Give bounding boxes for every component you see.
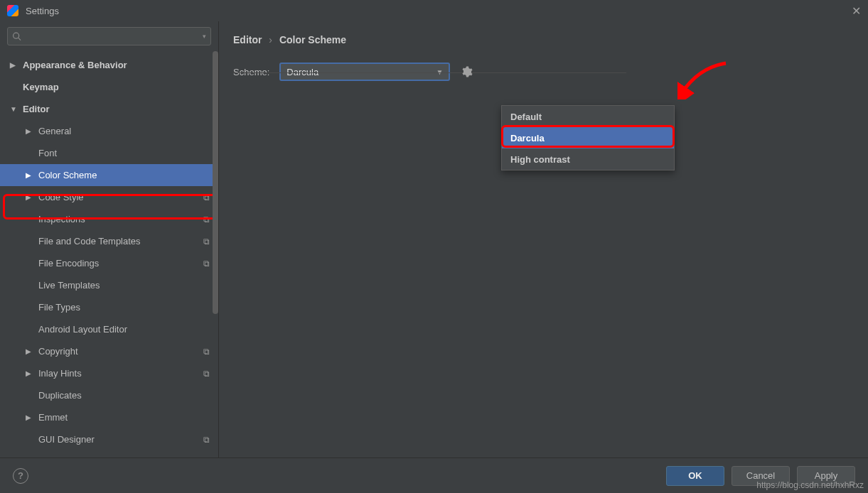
scrollbar-thumb[interactable]	[213, 51, 218, 314]
tree-item-label: Emmet	[38, 412, 68, 423]
settings-tree[interactable]: ▶Appearance & Behavior▶Keymap▼Editor▶Gen…	[0, 51, 218, 457]
footer: ? OK Cancel Apply	[0, 457, 868, 493]
project-scope-icon: ⧉	[203, 259, 210, 269]
search-wrap: ▾	[0, 21, 218, 51]
tree-item-label: Copyright	[38, 346, 78, 357]
search-field[interactable]	[24, 31, 203, 42]
tree-item-label: Code Style	[38, 192, 84, 202]
tree-item-code-style[interactable]: ▶Code Style⧉	[0, 186, 218, 208]
search-input[interactable]: ▾	[7, 27, 211, 45]
tree-item-label: Editor	[23, 104, 50, 114]
breadcrumb: Editor › Color Scheme	[233, 34, 854, 45]
chevron-right-icon: ▶	[26, 127, 34, 135]
tree-item-color-scheme[interactable]: ▶Color Scheme	[0, 164, 218, 186]
chevron-right-icon: ▶	[10, 61, 18, 69]
chevron-right-icon: ▶	[26, 193, 34, 201]
app-icon	[7, 5, 18, 16]
tree-item-editor[interactable]: ▼Editor	[0, 98, 218, 120]
tree-item-inspections[interactable]: ▶Inspections⧉	[0, 208, 218, 230]
project-scope-icon: ⧉	[203, 193, 210, 202]
project-scope-icon: ⧉	[203, 347, 210, 357]
tree-item-label: Android Layout Editor	[38, 324, 127, 335]
chevron-right-icon: ▶	[26, 171, 34, 179]
close-icon[interactable]: ✕	[852, 4, 861, 18]
project-scope-icon: ⧉	[203, 237, 210, 246]
tree-item-font[interactable]: ▶Font	[0, 142, 218, 164]
tree-item-live-templates[interactable]: ▶Live Templates	[0, 274, 218, 296]
tree-item-label: GUI Designer	[38, 434, 95, 445]
cancel-button[interactable]: Cancel	[732, 466, 790, 486]
tree-item-file-types[interactable]: ▶File Types	[0, 296, 218, 318]
window-title: Settings	[26, 6, 59, 16]
tree-item-copyright[interactable]: ▶Copyright⧉	[0, 340, 218, 362]
scheme-option-default[interactable]: Default	[502, 106, 674, 127]
tree-item-emmet[interactable]: ▶Emmet	[0, 406, 218, 428]
body: ▾ ▶Appearance & Behavior▶Keymap▼Editor▶G…	[0, 21, 868, 457]
gear-icon[interactable]	[460, 65, 473, 80]
tree-item-inlay-hints[interactable]: ▶Inlay Hints⧉	[0, 362, 218, 384]
chevron-down-icon: ▼	[10, 105, 18, 113]
project-scope-icon: ⧉	[203, 369, 210, 379]
tree-item-gui-designer[interactable]: ▶GUI Designer⧉	[0, 428, 218, 450]
tree-item-label: File and Code Templates	[38, 236, 141, 246]
tree-item-label: Duplicates	[38, 390, 82, 401]
tree-item-label: Inlay Hints	[38, 368, 82, 379]
tree-item-keymap[interactable]: ▶Keymap	[0, 76, 218, 98]
scheme-option-high-contrast[interactable]: High contrast	[502, 148, 674, 170]
tree-item-label: Font	[38, 148, 57, 158]
scheme-label: Scheme:	[233, 67, 269, 77]
tree-item-file-encodings[interactable]: ▶File Encodings⧉	[0, 252, 218, 274]
tree-item-label: Appearance & Behavior	[23, 60, 127, 70]
tree-item-label: General	[38, 126, 71, 136]
titlebar: Settings ✕	[0, 0, 868, 21]
chevron-right-icon: ▶	[26, 413, 34, 421]
content-pane: Editor › Color Scheme Scheme: Darcula ▼ …	[219, 21, 868, 457]
help-button[interactable]: ?	[13, 468, 28, 484]
scheme-dropdown[interactable]: DefaultDarculaHigh contrast	[501, 105, 675, 170]
search-icon	[12, 31, 21, 41]
ok-button[interactable]: OK	[666, 466, 724, 486]
chevron-down-icon[interactable]: ▾	[203, 33, 206, 40]
scheme-row: Scheme: Darcula ▼	[233, 63, 854, 81]
tree-item-label: Inspections	[38, 214, 85, 224]
chevron-down-icon: ▼	[436, 68, 443, 76]
tree-item-label: Color Scheme	[38, 170, 97, 180]
scheme-selected-value: Darcula	[286, 67, 318, 77]
tree-item-duplicates[interactable]: ▶Duplicates	[0, 384, 218, 406]
apply-button[interactable]: Apply	[797, 466, 855, 486]
tree-item-android-layout-editor[interactable]: ▶Android Layout Editor	[0, 318, 218, 340]
tree-item-general[interactable]: ▶General	[0, 120, 218, 142]
tree-item-label: Keymap	[23, 82, 59, 92]
sidebar: ▾ ▶Appearance & Behavior▶Keymap▼Editor▶G…	[0, 21, 219, 457]
scheme-select[interactable]: Darcula ▼	[279, 63, 450, 81]
breadcrumb-separator: ›	[269, 34, 272, 45]
chevron-right-icon: ▶	[26, 347, 34, 355]
divider	[233, 72, 626, 73]
breadcrumb-root[interactable]: Editor	[233, 34, 262, 45]
tree-item-label: File Encodings	[38, 258, 99, 269]
project-scope-icon: ⧉	[203, 435, 210, 445]
tree-item-label: Live Templates	[38, 280, 100, 291]
project-scope-icon: ⧉	[203, 215, 210, 224]
svg-point-0	[14, 33, 19, 38]
breadcrumb-leaf: Color Scheme	[279, 34, 346, 45]
tree-item-file-and-code-templates[interactable]: ▶File and Code Templates⧉	[0, 230, 218, 252]
svg-line-1	[18, 38, 21, 40]
chevron-right-icon: ▶	[26, 369, 34, 377]
tree-item-appearance-behavior[interactable]: ▶Appearance & Behavior	[0, 54, 218, 76]
scheme-option-darcula[interactable]: Darcula	[502, 127, 674, 148]
tree-item-label: File Types	[38, 302, 80, 313]
